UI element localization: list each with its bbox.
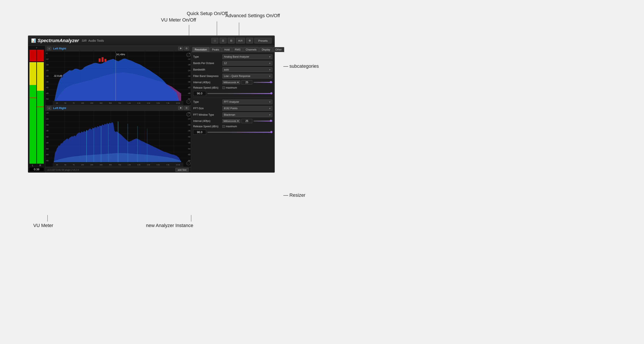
presets-btn[interactable]: Presets — [254, 38, 272, 43]
vu-red-right — [37, 50, 44, 61]
bandwidth-label: Bandwidth — [193, 68, 221, 71]
analyzer2-star-btn[interactable]: ✱ — [178, 106, 183, 110]
tab-rms[interactable]: RMS — [232, 47, 243, 52]
vu-left-label: L — [32, 164, 33, 167]
vu-yellow-left — [30, 62, 36, 85]
title-left: 📊 SpectrumAnalyzer SIR Audio Tools — [31, 38, 104, 43]
analyzer-panel-1: ≡ Left Right ✱ ⚙ -6 -12 -18 -24 -30 — [45, 46, 191, 105]
version-text: v1.0.027 D AU 64 plugin J v4.2.4 — [48, 169, 79, 171]
release-value-box-1[interactable]: 96.0 — [193, 91, 206, 96]
interval-value-1[interactable]: 25 — [242, 80, 252, 84]
bandwidth-dropdown[interactable]: auto ▼ — [222, 67, 272, 72]
tab-peaks[interactable]: Peaks — [210, 47, 222, 52]
settings-panel: Resolution Peaks Hold RMS Channels Displ… — [191, 46, 274, 173]
release-row-1: Release Speed (dB/s) maximum — [193, 86, 272, 89]
gear-btn[interactable]: ⚙ — [246, 38, 253, 43]
interval-label-1: Interval (40fps) — [193, 81, 221, 84]
bandwidth-dropdown-arrow: ▼ — [269, 69, 271, 71]
analyzer2-menu-btn[interactable]: ≡ — [47, 106, 51, 110]
analyzer2-channel: Left Right — [53, 106, 66, 110]
aux-btn[interactable]: AUX — [236, 38, 245, 43]
analyzer1-header: ≡ Left Right ✱ ⚙ — [45, 46, 191, 51]
type-dropdown-arrow-1: ▼ — [269, 56, 271, 58]
analyzer1-menu-btn[interactable]: ≡ — [47, 47, 51, 50]
tab-channels[interactable]: Channels — [243, 47, 259, 52]
filter-label: Filter Band Steepness — [193, 75, 221, 78]
tab-hold[interactable]: Hold — [222, 47, 232, 52]
interval-unit-dropdown-2[interactable]: Milliseconds ▼ — [222, 119, 240, 123]
analyzer-panel-2: ≡ Left Right ✱ ⚙ -18 -24 -30 -36 -42 — [45, 105, 191, 167]
add-slot-btn[interactable]: add Slot — [176, 168, 189, 172]
release-row-2: Release Speed (dB/s) maximum — [193, 125, 272, 128]
filter-dropdown[interactable]: Low – Quick Response ▼ — [222, 74, 272, 78]
vu-red-left — [30, 50, 36, 61]
vu-channel-labels: L R — [29, 164, 44, 167]
interval-row-1: Interval (40fps) Milliseconds ▼ 25 — [193, 80, 272, 84]
tab-resolution[interactable]: Resolution — [192, 47, 209, 52]
analyzer1-freq-axis: 30 50 70 100 200 300 500 700 1.0k 2.0k 3… — [53, 101, 183, 105]
analyzer1-canvas: -6 -12 -18 -24 -30 -36 -42 -48 -54 — [45, 51, 191, 105]
svg-rect-17 — [99, 59, 101, 62]
analyzer1-freq-marker: 241.49Hz — [115, 53, 126, 56]
release-slider-1[interactable] — [207, 93, 272, 94]
interval-unit-dropdown-1[interactable]: Milliseconds ▼ — [222, 80, 240, 84]
advanced-settings-line — [239, 23, 239, 36]
release-value-box-2[interactable]: 96.0 — [193, 130, 206, 135]
plugin-company: Audio Tools — [88, 39, 104, 42]
quick-setup-annotation: Quick Setup On/Off — [187, 11, 228, 16]
tab-display[interactable]: Display — [259, 47, 272, 52]
vu-redline-left — [30, 61, 36, 61]
fft-size-dropdown-arrow: ▼ — [269, 107, 271, 110]
tab-other[interactable]: Other — [273, 47, 284, 52]
analyzer2-db-scale-left: -18 -24 -30 -36 -42 -48 -54 -60 -66 — [45, 111, 53, 162]
analyzer2-header-right: ✱ ⚙ — [178, 106, 189, 110]
settings-content-1: Type Analog Band Analyzer ▼ Bands Per Oc… — [191, 52, 274, 173]
analyzer2-freq-axis: 30 50 70 100 200 300 500 700 1.0k 2.0k 3… — [53, 162, 183, 167]
interval-slider-1[interactable] — [254, 82, 272, 83]
analyzer1-gear-btn[interactable]: ⚙ — [184, 47, 189, 50]
fft-window-dropdown[interactable]: Blackman ▼ — [222, 112, 272, 117]
release-slider-2[interactable] — [207, 132, 272, 133]
release-slider-thumb-1 — [270, 92, 272, 94]
analyzer1-header-right: ✱ ⚙ — [178, 47, 189, 50]
analyzer2-gear-btn[interactable]: ⚙ — [184, 106, 189, 110]
interval-slider-2[interactable] — [254, 121, 272, 121]
divider-1 — [193, 98, 272, 98]
plugin-subtitle: SIR — [82, 39, 86, 42]
release-checkbox-2[interactable]: maximum — [222, 125, 237, 128]
filter-dropdown-arrow: ▼ — [269, 75, 271, 77]
interval-value-2[interactable]: 25 — [242, 119, 252, 123]
vu-right-label: R — [40, 164, 41, 167]
window-double-btn[interactable]: ⊡ — [220, 38, 226, 43]
main-content: 0 — [28, 46, 274, 173]
new-analyzer-annotation: new Analyzer Instance — [146, 215, 193, 228]
bands-dropdown[interactable]: 12 ▼ — [222, 61, 272, 66]
vu-value: 0.38 — [29, 167, 44, 171]
vu-meter: 0 — [28, 46, 45, 173]
settings-tabs: Resolution Peaks Hold RMS Channels Displ… — [191, 46, 274, 52]
fft-size-row: FFT-Size 8192 Points ▼ — [193, 106, 272, 111]
subcategories-annotation: — subcategories — [283, 63, 319, 69]
type-dropdown-1[interactable]: Analog Band Analyzer ▼ — [222, 54, 272, 59]
analyzer2-header: ≡ Left Right ✱ ⚙ — [45, 105, 191, 111]
title-bar: 📊 SpectrumAnalyzer SIR Audio Tools □ ⊡ ⊟… — [28, 36, 274, 46]
analyzer1-star-btn[interactable]: ✱ — [178, 47, 183, 50]
plugin-title: SpectrumAnalyzer — [38, 38, 79, 43]
type-dropdown-2[interactable]: FFT Analyzer ▼ — [222, 100, 272, 104]
vu-marker-right — [37, 107, 44, 107]
release-check-box-2[interactable] — [222, 125, 225, 128]
release-check-box-1[interactable] — [222, 86, 225, 89]
advanced-settings-annotation: Advanced Settings On/Off — [226, 13, 280, 19]
type-dropdown-arrow-2: ▼ — [269, 101, 271, 103]
analyzer2-db-scale-right: -18 -24 -30 -36 -42 -48 -54 -60 -66 — [183, 111, 191, 162]
release-checkbox-1[interactable]: maximum — [222, 86, 237, 89]
release-value-row-1: 96.0 — [193, 91, 272, 96]
bandwidth-row: Bandwidth auto ▼ — [193, 67, 272, 72]
fft-size-dropdown[interactable]: 8192 Points ▼ — [222, 106, 272, 111]
window-alt-btn[interactable]: ⊟ — [228, 38, 235, 43]
filter-row: Filter Band Steepness Low – Quick Respon… — [193, 74, 272, 78]
window-single-btn[interactable]: □ — [212, 38, 218, 43]
vu-meter-on-off-annotation: VU Meter On/Off — [161, 17, 196, 23]
release-value-row-2: 96.0 — [193, 130, 272, 135]
analyzer2-canvas: -18 -24 -30 -36 -42 -48 -54 -60 -66 — [45, 111, 191, 167]
